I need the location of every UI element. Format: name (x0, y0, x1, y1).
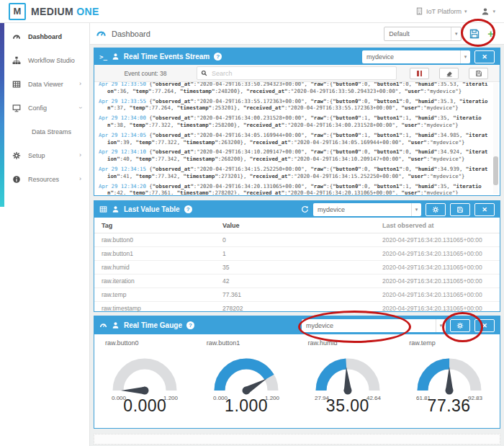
log-entry: Apr 29 12:34:20 {"observed_at":"2020-04-… (99, 183, 490, 195)
gauge-value: 77.36 (398, 396, 500, 416)
gauge-tag-label: raw.humid (297, 339, 399, 347)
gauge-dial: 0.000 1.200 (196, 347, 297, 402)
sidebar-item-label: Dashboard (28, 33, 62, 40)
user-menu[interactable]: ▾ (481, 7, 495, 16)
table-row: raw.temp 77.361 2020-04-29T16:34:20.1310… (94, 288, 500, 302)
chevron-down-icon: ▾ (492, 9, 495, 14)
refresh-icon[interactable] (301, 205, 309, 213)
clear-stream-button[interactable] (439, 68, 459, 79)
gauge-tag-label: raw.temp (398, 339, 500, 347)
table-row: raw.timestamp 278202 2020-04-29T16:34:20… (94, 302, 500, 316)
event-count: Event count: 38 (94, 70, 197, 77)
dashboard-select[interactable]: Default ▾ (384, 27, 462, 41)
sidebar-item-data-streams[interactable]: Data Streams (0, 120, 89, 143)
log-timestamp: Apr 29 12:33:50 (99, 82, 146, 87)
table-row: raw.button0 0 2020-04-29T16:34:20.131065… (94, 233, 500, 247)
gauge-dial: 0.000 1.200 (94, 347, 196, 402)
chevron-down-icon: ▾ (436, 319, 446, 332)
sidebar-item-config[interactable]: Config › (0, 96, 89, 120)
gauge-tag-label: raw.button1 (196, 339, 297, 347)
gauge-device-input[interactable]: mydevice ▾ (302, 319, 446, 332)
save-dashboard-button[interactable] (469, 27, 480, 40)
table-row: raw.button1 1 2020-04-29T16:34:20.131065… (94, 247, 500, 261)
sitemap-icon (12, 56, 21, 65)
cell-tag: raw.timestamp (102, 305, 222, 312)
scrollbar (493, 83, 498, 194)
close-widget-button[interactable]: ✕ (474, 319, 495, 332)
sidebar-item-dashboard[interactable]: Dashboard (0, 24, 89, 48)
sidebar-item-label: Setup (28, 152, 45, 159)
log-timestamp: Apr 29 12:34:20 (99, 183, 146, 189)
log-json: {"observed_at":"2020-04-29T16:34:10.2091… (107, 148, 487, 162)
save-icon (456, 206, 464, 213)
sidebar-item-setup[interactable]: Setup › (0, 143, 89, 167)
search-input[interactable] (210, 69, 392, 78)
log-timestamp: Apr 29 12:34:10 (99, 148, 146, 155)
help-icon[interactable]: ? (214, 53, 222, 61)
widget-settings-button[interactable] (426, 203, 446, 216)
save-icon (475, 70, 482, 77)
cell-value: 77.361 (222, 291, 382, 298)
gear-icon (432, 206, 439, 213)
events-device-select[interactable]: mydevice ▾ (362, 50, 470, 63)
sidebar-item-resources[interactable]: Resources › (0, 167, 89, 191)
events-widget-header: >_ Real Time Events Stream ? mydevice ▾ … (94, 48, 500, 65)
column-header-value: Value (222, 222, 382, 229)
brand-logo: M (9, 3, 26, 20)
platform-menu[interactable]: IoT Platform ▾ (415, 7, 467, 15)
events-search[interactable] (197, 66, 397, 80)
add-widget-button[interactable]: + (487, 28, 494, 39)
cell-value: 42 (222, 277, 382, 285)
dashboard-select-value: Default (384, 30, 451, 37)
cell-tag: raw.iteration (102, 277, 222, 285)
gauge-settings-button[interactable] (450, 319, 470, 332)
dashboard-icon (96, 28, 107, 39)
export-table-button[interactable] (450, 203, 470, 216)
log-timestamp: Apr 29 12:34:15 (99, 166, 146, 172)
building-icon (415, 7, 423, 15)
eraser-icon (446, 70, 453, 77)
table-device-select[interactable]: mydevice ▾ (313, 203, 421, 216)
sidebar-item-workflow-studio[interactable]: Workflow Studio (0, 48, 89, 72)
page-title: Dashboard (112, 30, 150, 38)
gear-icon (12, 151, 21, 160)
user-icon (481, 7, 490, 16)
person-icon (112, 53, 120, 61)
cell-last-observed: 2020-04-29T16:34:20.131065+00:00 (382, 236, 492, 244)
close-widget-button[interactable]: ✕ (474, 50, 495, 63)
gauge-cell: raw.button0 0.000 1.200 0.000 (94, 334, 196, 416)
table-icon (12, 80, 21, 89)
pause-icon (417, 71, 422, 76)
next-widget-edge (94, 434, 500, 445)
widget-title: Real Time Events Stream (124, 53, 210, 61)
log-json: {"observed_at":"2020-04-29T16:34:15.2522… (107, 166, 487, 179)
pause-stream-button[interactable] (410, 68, 429, 79)
widget-title: Last Value Table (124, 205, 180, 213)
log-json: {"observed_at":"2020-04-29T16:34:05.1699… (107, 132, 487, 146)
scrollbar-thumb[interactable] (493, 156, 498, 185)
events-log[interactable]: Apr 29 12:33:50 {"observed_at":"2020-04-… (94, 82, 500, 195)
cell-last-observed: 2020-04-29T16:34:20.131065+00:00 (382, 277, 492, 285)
help-icon[interactable]: ? (184, 205, 192, 213)
chevron-down-icon: ▾ (451, 27, 461, 40)
chevron-icon: › (77, 107, 84, 109)
close-widget-button[interactable]: ✕ (474, 203, 495, 216)
chevron-down-icon: ▾ (411, 203, 421, 216)
sidebar-item-data-viewer[interactable]: Data Viewer › (0, 72, 89, 96)
help-icon[interactable]: ? (186, 321, 194, 329)
cell-value: 0 (222, 236, 382, 244)
chevron-icon: › (79, 176, 81, 182)
search-icon (201, 70, 207, 76)
brand-name: MEDIUMONE (31, 6, 99, 17)
cell-last-observed: 2020-04-29T16:34:20.131065+00:00 (382, 250, 492, 257)
table-device-value: mydevice (313, 206, 411, 213)
table-icon (99, 205, 107, 213)
last-value-header: Last Value Table ? mydevice ▾ ✕ (94, 201, 500, 218)
export-stream-button[interactable] (469, 68, 488, 79)
monitor-icon (12, 104, 21, 112)
brand-name-secondary: ONE (76, 6, 99, 17)
log-entry: Apr 29 12:33:55 {"observed_at":"2020-04-… (99, 98, 490, 112)
sidebar-item-label: Config (28, 104, 47, 112)
log-json: {"observed_at":"2020-04-29T16:34:00.2315… (107, 115, 482, 128)
events-stream-widget: >_ Real Time Events Stream ? mydevice ▾ … (94, 48, 500, 196)
